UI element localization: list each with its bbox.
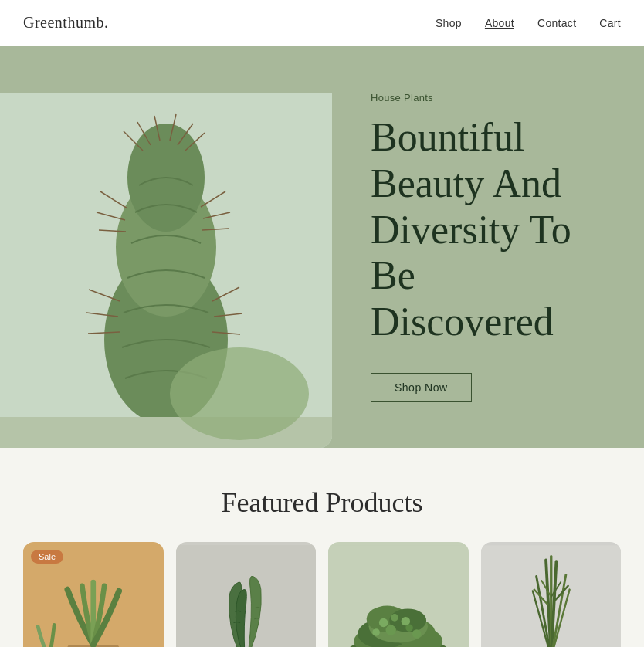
shop-now-button[interactable]: Shop Now	[371, 373, 472, 402]
svg-point-39	[391, 614, 398, 622]
nav-about[interactable]: About	[485, 17, 514, 29]
site-header: Greenthumb. Shop About Contact Cart	[0, 0, 644, 46]
hero-content: House Plants Bountiful Beauty And Divers…	[332, 46, 644, 448]
product-card-4[interactable]	[481, 542, 622, 647]
featured-section: Featured Products Sale	[0, 448, 644, 647]
nav-shop[interactable]: Shop	[436, 17, 462, 29]
products-grid: Sale	[23, 542, 621, 647]
nav-contact[interactable]: Contact	[537, 17, 576, 29]
product-card-2[interactable]	[176, 542, 317, 647]
svg-point-23	[170, 347, 309, 440]
hero-section: House Plants Bountiful Beauty And Divers…	[0, 46, 644, 448]
hero-title: Bountiful Beauty And Diversity To Be Dis…	[371, 114, 605, 345]
hero-image	[0, 93, 332, 448]
svg-point-41	[386, 625, 396, 635]
nav-cart[interactable]: Cart	[599, 17, 621, 29]
svg-point-44	[412, 629, 421, 638]
product-card-3[interactable]	[328, 542, 469, 647]
sale-badge: Sale	[31, 550, 63, 564]
svg-point-43	[372, 628, 380, 636]
svg-point-42	[405, 624, 413, 632]
product-card-1[interactable]: Sale	[23, 542, 164, 647]
svg-point-38	[379, 618, 388, 627]
featured-title: Featured Products	[23, 486, 621, 519]
hero-category: House Plants	[371, 92, 605, 103]
main-nav: Shop About Contact Cart	[436, 17, 621, 29]
logo: Greenthumb.	[23, 14, 108, 32]
